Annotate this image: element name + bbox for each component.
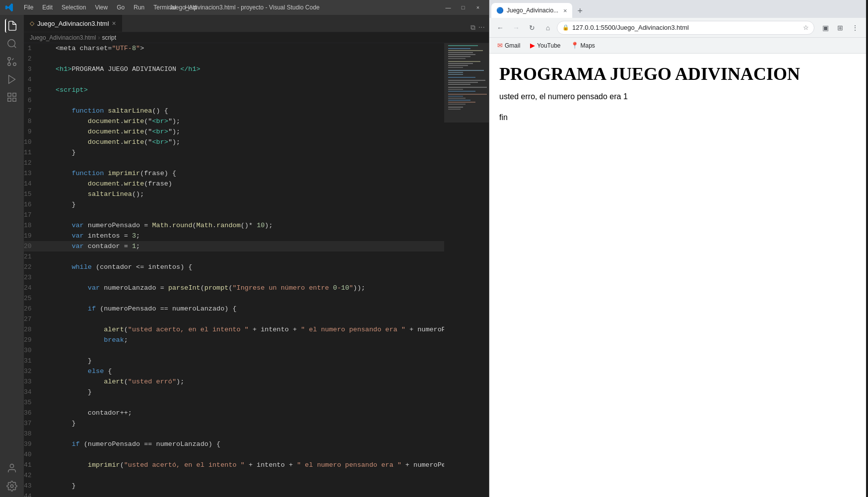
browser-more-button[interactable]: ⋮ (848, 21, 862, 35)
line-code[interactable]: alert("usted erró"); (38, 376, 444, 387)
line-code[interactable]: imprimir("usted acertó, en el intento " … (38, 460, 444, 470)
line-code[interactable]: } (38, 481, 444, 491)
breadcrumb-file[interactable]: Juego_Adivinacion3.html (30, 34, 96, 41)
line-code[interactable] (38, 210, 444, 220)
minimap (444, 43, 489, 497)
settings-icon[interactable] (5, 479, 19, 493)
bookmark-star-icon[interactable]: ☆ (803, 24, 809, 31)
address-bar[interactable]: 🔒 127.0.0.1:5500/Juego_Adivinacion3.html… (557, 21, 814, 35)
line-code[interactable]: var numeroLanzado = parseInt(prompt("Ing… (38, 283, 444, 293)
line-code[interactable]: } (38, 387, 444, 397)
line-code[interactable] (38, 54, 444, 64)
search-icon[interactable] (5, 37, 19, 51)
account-icon[interactable] (5, 461, 19, 475)
svg-point-0 (8, 40, 15, 47)
line-code[interactable]: <h1>PROGRAMA JUEGO ADIVINACION </h1> (38, 64, 444, 74)
files-icon[interactable] (5, 19, 19, 33)
editor-more-button[interactable]: ··· (478, 23, 485, 32)
line-code[interactable] (38, 158, 444, 168)
line-code[interactable]: function imprimir(frase) { (38, 168, 444, 179)
back-button[interactable]: ← (493, 21, 507, 35)
line-code[interactable]: <script> (38, 85, 444, 95)
tab-close-button[interactable]: × (112, 20, 116, 27)
browser-tab-close-icon[interactable]: × (563, 7, 567, 14)
line-number: 34 (24, 387, 38, 397)
line-number: 5 (24, 85, 38, 95)
line-code[interactable] (38, 345, 444, 356)
menu-edit[interactable]: Edit (38, 3, 57, 12)
line-code[interactable]: document.write("<br>"); (38, 137, 444, 147)
line-code[interactable]: <meta charset="UTF-8"> (38, 43, 444, 54)
editor-area: ◇ Juego_Adivinacion3.html × ⧉ ··· Juego_… (24, 15, 489, 497)
browser-tab-active[interactable]: 🔵 Juego_Adivinacio... × (491, 3, 572, 18)
line-code[interactable] (38, 272, 444, 283)
line-code[interactable]: contador++; (38, 408, 444, 418)
line-code[interactable] (38, 95, 444, 106)
line-code[interactable] (38, 251, 444, 262)
code-line-18: 18 var numeroPensado = Math.round(Math.r… (24, 220, 444, 231)
forward-button[interactable]: → (509, 21, 523, 35)
line-number: 35 (24, 397, 38, 408)
bookmark-gmail[interactable]: ✉ Gmail (493, 40, 524, 51)
line-code[interactable]: var intentos = 3; (38, 231, 444, 241)
menu-run[interactable]: Run (130, 3, 148, 12)
line-code[interactable]: alert("usted acerto, en el intento " + i… (38, 324, 444, 335)
maximize-button[interactable]: □ (456, 2, 470, 12)
editor-tab-active[interactable]: ◇ Juego_Adivinacion3.html × (24, 15, 122, 32)
line-code[interactable] (38, 74, 444, 85)
new-tab-button[interactable]: + (573, 4, 587, 18)
code-line-19: 19 var intentos = 3; (24, 231, 444, 241)
line-code[interactable]: } (38, 147, 444, 158)
line-code[interactable] (38, 449, 444, 460)
line-code[interactable]: document.write("<br>"); (38, 116, 444, 126)
breadcrumb-section[interactable]: script (102, 34, 116, 41)
line-code[interactable]: if (numeroPensado == numeroLanzado) { (38, 304, 444, 314)
line-number: 3 (24, 64, 38, 74)
menu-go[interactable]: Go (113, 3, 129, 12)
home-button[interactable]: ⌂ (541, 21, 555, 35)
line-number: 39 (24, 439, 38, 449)
browser-extensions-icon[interactable]: ⊞ (833, 21, 847, 35)
line-code[interactable]: } (38, 199, 444, 210)
code-line-42: 42 (24, 470, 444, 481)
line-code[interactable] (38, 429, 444, 439)
line-number: 20 (24, 241, 38, 251)
bookmark-youtube[interactable]: ▶ YouTube (526, 40, 564, 51)
line-code[interactable]: } (38, 356, 444, 366)
split-editor-button[interactable]: ⧉ (470, 23, 475, 32)
bookmark-maps[interactable]: 📍 Maps (567, 40, 599, 51)
line-code[interactable] (38, 470, 444, 481)
line-code[interactable]: var numeroPensado = Math.round(Math.rand… (38, 220, 444, 231)
extensions-icon[interactable] (5, 90, 19, 104)
line-code[interactable] (38, 293, 444, 304)
line-code[interactable] (38, 314, 444, 324)
tab-bar: ◇ Juego_Adivinacion3.html × ⧉ ··· (24, 15, 489, 32)
source-control-icon[interactable] (5, 55, 19, 68)
close-button[interactable]: × (471, 2, 485, 12)
line-code[interactable]: break; (38, 335, 444, 345)
line-code[interactable]: saltarLinea(); (38, 189, 444, 199)
line-code[interactable]: while (contador <= intentos) { (38, 262, 444, 272)
menu-file[interactable]: File (20, 3, 37, 12)
browser-tab-layout-icon[interactable]: ▣ (818, 21, 832, 35)
menu-view[interactable]: View (91, 3, 112, 12)
minimize-button[interactable]: — (441, 2, 455, 12)
line-code[interactable]: if (numeroPensado == numeroLanzado) { (38, 439, 444, 449)
line-code[interactable]: document.write("<br>"); (38, 126, 444, 137)
line-code[interactable]: else { (38, 366, 444, 376)
code-editor[interactable]: 1 <meta charset="UTF-8"> 2 3 <h1>PROGRAM… (24, 43, 444, 497)
line-number: 4 (24, 74, 38, 85)
reload-button[interactable]: ↻ (525, 21, 539, 35)
debug-icon[interactable] (5, 72, 19, 86)
line-number: 1 (24, 43, 38, 54)
line-code[interactable]: function saltarLinea() { (38, 106, 444, 116)
code-line-4: 4 (24, 74, 444, 85)
line-code[interactable] (38, 397, 444, 408)
line-code[interactable]: var contador = 1; (38, 241, 444, 251)
line-code[interactable]: document.write(frase) (38, 179, 444, 189)
code-line-28: 28 alert("usted acerto, en el intento " … (24, 324, 444, 335)
line-code[interactable]: } (38, 418, 444, 429)
menu-selection[interactable]: Selection (58, 3, 90, 12)
line-code[interactable] (38, 491, 444, 497)
line-number: 12 (24, 158, 38, 168)
